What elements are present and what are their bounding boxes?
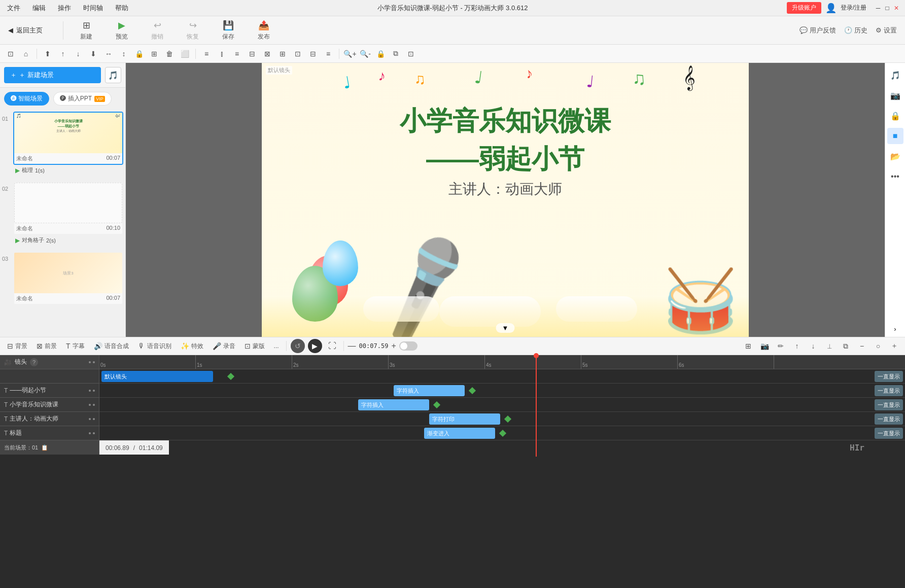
screenshot-button[interactable]: 📷	[887, 87, 903, 103]
minimize-button[interactable]: ─	[875, 5, 882, 12]
text-clip-2[interactable]: 字符插入	[358, 399, 429, 410]
menu-operate[interactable]: 操作	[56, 3, 73, 14]
scene-thumbnail-2[interactable]: 未命名 00:10	[13, 182, 123, 235]
settings-button[interactable]: ⚙ 设置	[876, 26, 897, 35]
undo-button[interactable]: ↩ 撤销	[145, 18, 170, 43]
flip-v-tool[interactable]: ↕	[117, 47, 130, 60]
text-clip-4[interactable]: 渐变进入	[424, 428, 495, 439]
align-left-tool[interactable]: ≡	[200, 47, 213, 60]
play-button[interactable]: ▶	[308, 339, 322, 353]
copy-tool[interactable]: ⬜	[178, 47, 191, 60]
camera-clip[interactable]: 默认镜头	[101, 371, 213, 382]
tl-down-button[interactable]: ↓	[807, 339, 820, 353]
lock-panel-button[interactable]: 🔒	[887, 108, 903, 124]
toggle-track[interactable]	[399, 341, 417, 351]
scene-thumbnail-1[interactable]: 小学音乐知识微课 ——弱起小节 主讲人：动画大师 🎵 🎶 未命名 00:07	[13, 112, 123, 165]
tl-circle-button[interactable]: ○	[872, 339, 885, 353]
text-diamond-4	[499, 430, 506, 437]
tl-camera-button[interactable]: 📷	[758, 339, 771, 353]
more-tool[interactable]: ⊡	[404, 47, 417, 60]
more-panel-button[interactable]: •••	[887, 168, 903, 185]
maximize-button[interactable]: □	[884, 5, 891, 12]
effect-button[interactable]: ✨ 特效	[178, 340, 206, 352]
tl-edit-button[interactable]: ✏	[774, 339, 787, 353]
delete-tool[interactable]: 🗑	[163, 47, 176, 60]
lock-tool[interactable]: 🔒	[132, 47, 146, 60]
menu-help[interactable]: 帮助	[113, 3, 130, 14]
select-tool[interactable]: ⊡	[4, 47, 17, 60]
tl-add-button[interactable]: ＋	[888, 339, 901, 353]
minus-zoom[interactable]: —	[348, 341, 356, 351]
help-icon[interactable]: ?	[30, 358, 38, 366]
preview-button[interactable]: ▶ 预览	[109, 18, 134, 43]
text-clip-1[interactable]: 字符插入	[394, 385, 465, 396]
group-tool[interactable]: ⊞	[148, 47, 161, 60]
move-tool[interactable]: ⌂	[19, 47, 32, 60]
reset-button[interactable]: ↺	[291, 339, 305, 353]
record-button[interactable]: 🎤 录音	[210, 340, 238, 352]
time-total-display: 01:14.09	[139, 444, 163, 452]
close-button[interactable]: ✕	[893, 5, 900, 12]
history-button[interactable]: 🕐 历史	[844, 26, 867, 35]
save-button[interactable]: 💾 保存	[216, 18, 241, 43]
tl-minus-button[interactable]: −	[855, 339, 868, 353]
play-icon: ▶	[312, 342, 318, 350]
upgrade-button[interactable]: 升级账户	[787, 2, 821, 14]
align-up-tool[interactable]: ↑	[56, 47, 69, 60]
tl-fit-button[interactable]: ⊞	[742, 339, 755, 353]
align-tool4[interactable]: ⊟	[306, 47, 320, 60]
lock-aspect-tool[interactable]: 🔒	[374, 47, 387, 60]
plus-zoom[interactable]: +	[391, 341, 396, 351]
align-tool5[interactable]: ≡	[322, 47, 335, 60]
tl-split-button[interactable]: ⟂	[823, 339, 836, 353]
flip-h-tool[interactable]: ↔	[102, 47, 115, 60]
zoom-in-tool[interactable]: 🔍+	[343, 47, 357, 60]
new-button[interactable]: ⊞ 新建	[74, 18, 99, 43]
feedback-button[interactable]: 💬 用户反馈	[799, 26, 836, 35]
caption-button[interactable]: T 字幕	[63, 340, 88, 352]
right-panel: 🎵 📷 🔒 ■ 📂 ••• ›	[885, 63, 905, 337]
align-top-tool[interactable]: ⬆	[41, 47, 54, 60]
text-clip-3[interactable]: 字符打印	[429, 413, 500, 425]
tl-up-button[interactable]: ↑	[790, 339, 804, 353]
asr-button[interactable]: 🎙 语音识别	[135, 340, 175, 352]
zoom-out-tool[interactable]: 🔍-	[359, 47, 372, 60]
background-button[interactable]: ⊟ 背景	[4, 340, 30, 352]
redo-button[interactable]: ↪ 恢复	[180, 18, 205, 43]
login-button[interactable]: 登录/注册	[841, 4, 866, 12]
new-scene-button[interactable]: ＋ ＋ 新建场景	[4, 67, 101, 83]
ai-scene-tab[interactable]: 🅐 智能场景	[4, 92, 49, 106]
music-button[interactable]: 🎵	[105, 67, 121, 83]
tl-copy-button[interactable]: ⧉	[839, 339, 852, 353]
tts-icon: 🔊	[94, 342, 102, 350]
align-bottom-tool[interactable]: ⬇	[87, 47, 100, 60]
distribute-tool2[interactable]: ⊞	[276, 47, 289, 60]
music-panel-button[interactable]: 🎵	[887, 67, 903, 83]
tts-button[interactable]: 🔊 语音合成	[91, 340, 132, 352]
distribute-v-tool[interactable]: ⊠	[261, 47, 274, 60]
ppt-tab[interactable]: 🅟 插入PPT VIP	[53, 92, 111, 106]
collapse-right-button[interactable]: ›	[894, 325, 896, 333]
text-diamond-2	[433, 401, 440, 408]
duplicate-tool[interactable]: ⧉	[389, 47, 402, 60]
publish-button[interactable]: 📤 发布	[251, 18, 276, 43]
menu-file[interactable]: 文件	[5, 3, 22, 14]
layer-button[interactable]: ■	[887, 128, 903, 144]
more-timeline-button[interactable]: ...	[271, 341, 282, 351]
collapse-button[interactable]: ▼	[496, 323, 515, 333]
menu-edit[interactable]: 编辑	[30, 3, 48, 14]
scene-thumbnail-3[interactable]: 场景3 未命名 00:07	[13, 252, 123, 305]
foreground-button[interactable]: ⊠ 前景	[33, 340, 60, 352]
cover-button[interactable]: ⊡ 蒙版	[241, 340, 268, 352]
align-center-v-tool[interactable]: ⫿	[215, 47, 228, 60]
file-panel-button[interactable]: 📂	[887, 148, 903, 164]
menu-timeline[interactable]: 时间轴	[81, 3, 105, 14]
distribute-h-tool[interactable]: ⊟	[246, 47, 259, 60]
ruler-marks-container: 0s 1s 2s 3s 4s 5s 6s	[99, 355, 905, 369]
align-right-tool[interactable]: ≡	[230, 47, 243, 60]
settings-icon: ⚙	[876, 26, 882, 34]
fullscreen-button[interactable]: ⛶	[325, 339, 339, 353]
back-home-button[interactable]: ◀ 返回主页	[8, 26, 43, 35]
align-tool3[interactable]: ⊡	[291, 47, 304, 60]
align-down-tool[interactable]: ↓	[72, 47, 85, 60]
